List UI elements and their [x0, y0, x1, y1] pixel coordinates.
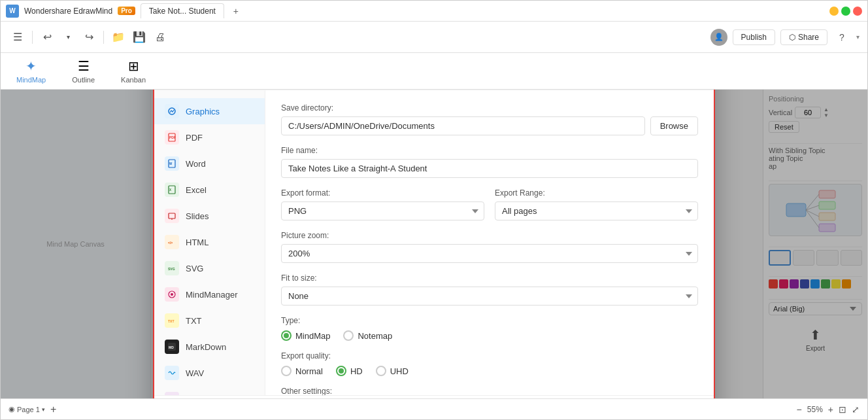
mindmanager-label: MindManager [186, 290, 238, 300]
type-row: Type: MindMap Notemap [281, 316, 698, 341]
modal-overlay[interactable]: Export × Graphics [1, 90, 867, 398]
app-window: W Wondershare EdrawMind Pro Take Not... … [0, 0, 868, 420]
excel-label: Excel [186, 185, 207, 195]
html-label: HTML [186, 237, 209, 247]
title-bar: W Wondershare EdrawMind Pro Take Not... … [1, 1, 867, 22]
sidebar-item-pdf[interactable]: PDF PDF [154, 124, 265, 150]
help-dropdown[interactable]: ▾ [856, 33, 860, 41]
kanban-view-button[interactable]: ⊞ Kanban [116, 56, 151, 86]
page-dropdown-icon: ▾ [42, 406, 45, 413]
export-modal: Export × Graphics [153, 90, 715, 398]
app-name: Wondershare EdrawMind [24, 7, 112, 16]
page-label: Page 1 [17, 406, 40, 413]
save-button[interactable]: 💾 [130, 28, 148, 46]
fullscreen-button[interactable]: ⤢ [852, 404, 860, 415]
export-format-select[interactable]: PNG JPG BMP [281, 201, 484, 220]
quality-normal-radio[interactable]: Normal [281, 366, 323, 376]
quality-hd-radio[interactable]: HD [336, 366, 363, 376]
help-button[interactable]: ? [833, 28, 851, 46]
export-range-select[interactable]: All pages Current page [495, 201, 698, 220]
txt-label: TXT [186, 316, 202, 326]
browse-button[interactable]: Browse [650, 116, 698, 135]
sidebar-item-slides[interactable]: Slides [154, 203, 265, 229]
page-options-button[interactable]: ◉ Page 1 ▾ [8, 405, 45, 413]
svg-text:MD: MD [169, 345, 174, 349]
open-button[interactable]: 📁 [109, 28, 127, 46]
status-bar-right: − 55% + ⊡ ⤢ [797, 404, 860, 415]
type-radio-group: MindMap Notemap [281, 330, 698, 341]
sidebar-item-mp4[interactable]: MP4 [154, 386, 265, 395]
redo-button[interactable]: ↪ [80, 28, 98, 46]
add-page-button[interactable]: + [50, 404, 56, 415]
sidebar-item-txt[interactable]: TXT TXT [154, 307, 265, 334]
zoom-level: 55% [807, 405, 823, 414]
undo-button[interactable]: ↩ [38, 28, 56, 46]
picture-zoom-select[interactable]: 200% 100% 150% [281, 244, 698, 263]
svg-label: SVG [186, 264, 203, 273]
sidebar-item-graphics[interactable]: Graphics [154, 98, 265, 124]
maximize-button[interactable] [841, 7, 850, 16]
svg-text:TXT: TXT [168, 319, 174, 323]
type-notemap-radio[interactable]: Notemap [343, 330, 392, 341]
kanban-icon: ⊞ [128, 58, 139, 74]
wav-label: WAV [186, 368, 204, 378]
save-directory-input[interactable] [281, 116, 645, 135]
type-mindmap-radio[interactable]: MindMap [281, 330, 330, 341]
mindmap-radio-label: MindMap [295, 331, 330, 341]
pro-badge: Pro [118, 7, 135, 15]
sidebar-item-mindmanager[interactable]: MindManager [154, 281, 265, 307]
undo-dropdown-button[interactable]: ▾ [59, 28, 77, 46]
publish-button[interactable]: Publish [733, 29, 775, 45]
other-settings-label: Other settings: [281, 387, 698, 395]
format-range-row: Export format: PNG JPG BMP Export Range: [281, 188, 698, 220]
file-name-input[interactable] [281, 159, 698, 178]
pdf-icon: PDF [165, 130, 179, 145]
window-controls [829, 7, 862, 16]
mindmap-radio-circle [281, 330, 292, 341]
fit-to-size-row: Fit to size: None A4 Letter [281, 273, 698, 306]
mindmap-view-button[interactable]: ✦ MindMap [11, 56, 51, 86]
active-tab[interactable]: Take Not... Student [141, 3, 224, 18]
fit-to-size-select[interactable]: None A4 Letter [281, 287, 698, 306]
picture-zoom-label: Picture zoom: [281, 231, 698, 240]
uhd-radio-label: UHD [390, 366, 409, 376]
close-button[interactable] [853, 7, 862, 16]
toolbar-sep-2 [103, 31, 104, 44]
sidebar-item-svg[interactable]: SVG SVG [154, 255, 265, 281]
main-content: Mind Map Canvas Positioning Vertical ▲▼ … [1, 90, 867, 398]
uhd-radio-circle [376, 366, 386, 376]
normal-radio-label: Normal [295, 366, 323, 376]
mindmap-label: MindMap [16, 76, 46, 84]
sidebar-item-html[interactable]: </> HTML [154, 229, 265, 255]
outline-view-button[interactable]: ☰ Outline [67, 56, 100, 86]
modal-footer: Export [154, 395, 714, 398]
fit-view-button[interactable]: ⊡ [839, 404, 846, 415]
svg-text:X: X [169, 188, 171, 192]
zoom-in-button[interactable]: + [828, 404, 833, 415]
share-button[interactable]: ⬡ Share [780, 29, 827, 45]
sidebar-item-word[interactable]: W Word [154, 150, 265, 177]
sidebar-item-markdown[interactable]: MD MarkDown [154, 334, 265, 360]
svg-icon: SVG [165, 261, 179, 275]
export-format-col: Export format: PNG JPG BMP [281, 188, 484, 220]
zoom-out-button[interactable]: − [797, 404, 802, 415]
sidebar-item-wav[interactable]: WAV [154, 360, 265, 386]
minimize-button[interactable] [829, 7, 839, 16]
markdown-label: MarkDown [186, 342, 226, 352]
graphics-label: Graphics [186, 107, 220, 116]
mindmanager-icon [165, 287, 179, 302]
svg-point-20 [171, 293, 173, 296]
graphics-icon [165, 104, 179, 118]
add-tab-button[interactable]: + [229, 5, 242, 18]
kanban-label: Kanban [121, 76, 146, 84]
svg-text:W: W [169, 162, 173, 166]
sidebar-item-excel[interactable]: X Excel [154, 177, 265, 203]
type-label: Type: [281, 316, 698, 325]
modal-body: Graphics PDF PDF W Word [154, 90, 714, 395]
quality-uhd-radio[interactable]: UHD [376, 366, 409, 376]
print-button[interactable]: 🖨 [151, 28, 169, 46]
user-avatar[interactable]: 👤 [710, 29, 727, 46]
export-sidebar: Graphics PDF PDF W Word [154, 90, 265, 395]
menu-button[interactable]: ☰ [8, 28, 27, 46]
slides-icon [165, 209, 179, 223]
